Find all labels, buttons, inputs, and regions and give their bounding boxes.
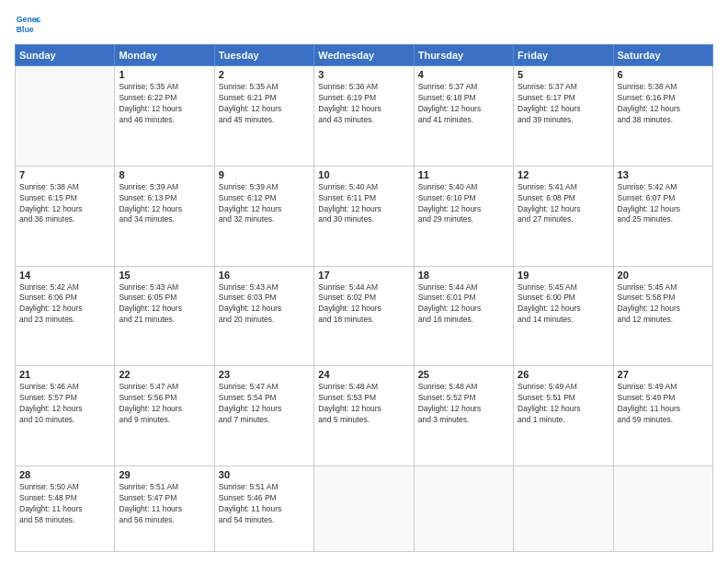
day-info: Sunrise: 5:37 AM Sunset: 6:17 PM Dayligh… (518, 82, 609, 126)
calendar-cell (514, 466, 613, 552)
day-number: 18 (418, 270, 509, 281)
calendar-header-monday: Monday (115, 45, 214, 66)
calendar-cell: 10Sunrise: 5:40 AM Sunset: 6:11 PM Dayli… (314, 166, 414, 266)
calendar-header-saturday: Saturday (613, 45, 712, 66)
day-info: Sunrise: 5:46 AM Sunset: 5:57 PM Dayligh… (19, 382, 110, 426)
day-number: 7 (19, 169, 110, 180)
calendar-cell: 24Sunrise: 5:48 AM Sunset: 5:53 PM Dayli… (314, 366, 414, 466)
calendar-cell: 13Sunrise: 5:42 AM Sunset: 6:07 PM Dayli… (613, 166, 712, 266)
day-number: 27 (618, 369, 709, 380)
calendar-cell (314, 466, 414, 552)
calendar-cell: 3Sunrise: 5:36 AM Sunset: 6:19 PM Daylig… (314, 66, 414, 167)
day-info: Sunrise: 5:50 AM Sunset: 5:48 PM Dayligh… (19, 482, 110, 526)
day-info: Sunrise: 5:49 AM Sunset: 5:51 PM Dayligh… (518, 382, 609, 426)
calendar-header-sunday: Sunday (16, 45, 115, 66)
calendar-cell: 25Sunrise: 5:48 AM Sunset: 5:52 PM Dayli… (414, 366, 513, 466)
day-info: Sunrise: 5:48 AM Sunset: 5:52 PM Dayligh… (418, 382, 509, 426)
calendar-header-tuesday: Tuesday (214, 45, 313, 66)
day-number: 12 (518, 169, 609, 180)
day-number: 10 (318, 169, 409, 180)
calendar-cell (16, 66, 115, 167)
calendar-cell: 2Sunrise: 5:35 AM Sunset: 6:21 PM Daylig… (214, 66, 313, 167)
calendar-cell: 12Sunrise: 5:41 AM Sunset: 6:08 PM Dayli… (514, 166, 613, 266)
day-info: Sunrise: 5:40 AM Sunset: 6:11 PM Dayligh… (318, 182, 409, 226)
day-info: Sunrise: 5:41 AM Sunset: 6:08 PM Dayligh… (518, 182, 609, 226)
calendar-week-row: 28Sunrise: 5:50 AM Sunset: 5:48 PM Dayli… (16, 466, 713, 552)
day-info: Sunrise: 5:51 AM Sunset: 5:47 PM Dayligh… (119, 482, 210, 526)
calendar-cell: 4Sunrise: 5:37 AM Sunset: 6:18 PM Daylig… (414, 66, 513, 167)
day-info: Sunrise: 5:38 AM Sunset: 6:16 PM Dayligh… (618, 82, 709, 126)
day-number: 17 (318, 270, 409, 281)
day-info: Sunrise: 5:39 AM Sunset: 6:12 PM Dayligh… (219, 182, 310, 226)
day-number: 25 (418, 369, 509, 380)
calendar-cell: 7Sunrise: 5:38 AM Sunset: 6:15 PM Daylig… (16, 166, 115, 266)
day-info: Sunrise: 5:43 AM Sunset: 6:03 PM Dayligh… (219, 282, 310, 327)
day-info: Sunrise: 5:39 AM Sunset: 6:13 PM Dayligh… (119, 182, 210, 226)
logo-icon: General Blue (15, 11, 40, 37)
day-number: 11 (418, 169, 509, 180)
day-info: Sunrise: 5:45 AM Sunset: 6:00 PM Dayligh… (518, 282, 609, 327)
header: General Blue (15, 11, 713, 37)
day-number: 30 (219, 469, 310, 480)
calendar-cell: 27Sunrise: 5:49 AM Sunset: 5:49 PM Dayli… (613, 366, 712, 466)
day-info: Sunrise: 5:36 AM Sunset: 6:19 PM Dayligh… (318, 82, 409, 126)
day-info: Sunrise: 5:37 AM Sunset: 6:18 PM Dayligh… (418, 82, 509, 126)
calendar-header-wednesday: Wednesday (314, 45, 414, 66)
day-info: Sunrise: 5:35 AM Sunset: 6:22 PM Dayligh… (119, 82, 210, 126)
svg-text:Blue: Blue (17, 25, 34, 34)
calendar-cell: 18Sunrise: 5:44 AM Sunset: 6:01 PM Dayli… (414, 266, 513, 366)
day-number: 28 (19, 469, 110, 480)
day-number: 4 (418, 69, 509, 80)
day-info: Sunrise: 5:40 AM Sunset: 6:10 PM Dayligh… (418, 182, 509, 226)
calendar-cell: 8Sunrise: 5:39 AM Sunset: 6:13 PM Daylig… (115, 166, 214, 266)
calendar-cell (613, 466, 712, 552)
day-info: Sunrise: 5:51 AM Sunset: 5:46 PM Dayligh… (219, 482, 310, 526)
day-number: 14 (19, 270, 110, 281)
day-info: Sunrise: 5:44 AM Sunset: 6:01 PM Dayligh… (418, 282, 509, 327)
calendar-week-row: 21Sunrise: 5:46 AM Sunset: 5:57 PM Dayli… (16, 366, 713, 466)
calendar-cell: 17Sunrise: 5:44 AM Sunset: 6:02 PM Dayli… (314, 266, 414, 366)
day-number: 29 (119, 469, 210, 480)
day-number: 23 (219, 369, 310, 380)
day-number: 1 (119, 69, 210, 80)
day-number: 26 (518, 369, 609, 380)
calendar-cell: 16Sunrise: 5:43 AM Sunset: 6:03 PM Dayli… (214, 266, 313, 366)
calendar-cell: 20Sunrise: 5:45 AM Sunset: 5:58 PM Dayli… (613, 266, 712, 366)
calendar-header-row: SundayMondayTuesdayWednesdayThursdayFrid… (16, 45, 713, 66)
logo: General Blue (15, 11, 44, 37)
calendar-cell: 5Sunrise: 5:37 AM Sunset: 6:17 PM Daylig… (514, 66, 613, 167)
day-info: Sunrise: 5:49 AM Sunset: 5:49 PM Dayligh… (618, 382, 709, 426)
calendar-cell: 28Sunrise: 5:50 AM Sunset: 5:48 PM Dayli… (16, 466, 115, 552)
day-number: 13 (618, 169, 709, 180)
calendar-cell: 15Sunrise: 5:43 AM Sunset: 6:05 PM Dayli… (115, 266, 214, 366)
day-number: 21 (19, 369, 110, 380)
calendar-week-row: 1Sunrise: 5:35 AM Sunset: 6:22 PM Daylig… (16, 66, 713, 167)
day-number: 24 (318, 369, 409, 380)
calendar-cell: 29Sunrise: 5:51 AM Sunset: 5:47 PM Dayli… (115, 466, 214, 552)
calendar-cell: 26Sunrise: 5:49 AM Sunset: 5:51 PM Dayli… (514, 366, 613, 466)
calendar-week-row: 14Sunrise: 5:42 AM Sunset: 6:06 PM Dayli… (16, 266, 713, 366)
day-info: Sunrise: 5:35 AM Sunset: 6:21 PM Dayligh… (219, 82, 310, 126)
day-number: 16 (219, 270, 310, 281)
calendar-cell: 21Sunrise: 5:46 AM Sunset: 5:57 PM Dayli… (16, 366, 115, 466)
calendar-cell: 1Sunrise: 5:35 AM Sunset: 6:22 PM Daylig… (115, 66, 214, 167)
calendar-cell: 19Sunrise: 5:45 AM Sunset: 6:00 PM Dayli… (514, 266, 613, 366)
calendar-header-friday: Friday (514, 45, 613, 66)
calendar-cell: 22Sunrise: 5:47 AM Sunset: 5:56 PM Dayli… (115, 366, 214, 466)
day-number: 6 (618, 69, 709, 80)
day-info: Sunrise: 5:42 AM Sunset: 6:06 PM Dayligh… (19, 282, 110, 327)
day-number: 9 (219, 169, 310, 180)
day-info: Sunrise: 5:44 AM Sunset: 6:02 PM Dayligh… (318, 282, 409, 327)
day-number: 15 (119, 270, 210, 281)
calendar-week-row: 7Sunrise: 5:38 AM Sunset: 6:15 PM Daylig… (16, 166, 713, 266)
day-number: 2 (219, 69, 310, 80)
day-info: Sunrise: 5:43 AM Sunset: 6:05 PM Dayligh… (119, 282, 210, 327)
day-number: 22 (119, 369, 210, 380)
day-number: 8 (119, 169, 210, 180)
calendar-cell (414, 466, 513, 552)
calendar-header-thursday: Thursday (414, 45, 513, 66)
day-number: 3 (318, 69, 409, 80)
day-info: Sunrise: 5:38 AM Sunset: 6:15 PM Dayligh… (19, 182, 110, 226)
calendar-cell: 9Sunrise: 5:39 AM Sunset: 6:12 PM Daylig… (214, 166, 313, 266)
day-number: 20 (618, 270, 709, 281)
